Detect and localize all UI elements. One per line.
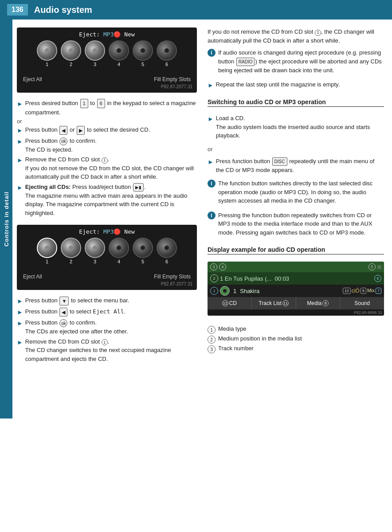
- cd-slot-b4: 4: [109, 238, 129, 264]
- cd-slot-circle-b6: [157, 238, 177, 258]
- instr-text-6: Press button ▼ to select the menu bar.: [25, 296, 197, 305]
- display-code: P82.60-6896.31: [208, 309, 384, 316]
- display-ciO: ciÓ: [352, 288, 360, 294]
- cd-display-1-title: Eject: MP3🔴 New: [21, 31, 192, 38]
- cd-slot-circle-2: [61, 40, 81, 61]
- sidebar-tab: Controls in detail: [0, 20, 12, 419]
- cd-slots-row-1: 1 2 3 4 5: [21, 40, 192, 67]
- cd-display-2-title: Eject: MP3🔴 New: [21, 228, 192, 235]
- cd-slot-circle-6: [157, 40, 177, 61]
- right-bullet-text-1: Repeat the last step until the magazine …: [216, 80, 384, 89]
- badge-num-5: 5: [368, 263, 376, 270]
- right-column: If you do not remove the CD from CD slot…: [203, 20, 392, 419]
- btn-down[interactable]: ▼: [59, 297, 69, 306]
- cd-fill-slots-2: Fill Empty Slots: [154, 274, 191, 280]
- sidebar-label: Controls in detail: [3, 192, 10, 246]
- badge-10: 10: [343, 288, 351, 294]
- display-track-text: 1 En Tus Pupilas (... 00:03: [220, 275, 372, 282]
- instr-row-1: ► Press desired button 1 to 6 in the key…: [17, 99, 197, 117]
- cd-slot-circle-b1: [37, 238, 57, 258]
- cd-icon-display: [220, 286, 230, 296]
- display-track-info: 2 1 En Tus Pupilas (... 00:03 6: [208, 272, 384, 285]
- section-heading-1: Switching to audio CD or MP3 operation: [208, 98, 384, 107]
- main-content: Controls in detail Eject: MP3🔴 New 1 2 3: [0, 20, 392, 419]
- badge-num-2: 2: [210, 274, 218, 282]
- page-title: Audio system: [34, 5, 92, 15]
- right-disc-instr: ► Press function button DISC repeatedly …: [208, 157, 384, 175]
- cd-slot-b3: 3: [85, 238, 105, 264]
- badge-mix: Mix: [367, 288, 375, 294]
- audio-display-example: 3 4 5 |||| 2 1 En Tus Pupilas (... 00:03…: [208, 262, 384, 316]
- btn-left[interactable]: ◀: [59, 126, 67, 135]
- cd-slot-b2: 2: [61, 238, 81, 264]
- btn-radio[interactable]: RADIO: [236, 58, 255, 66]
- cd-slot-circle-b5: [133, 238, 153, 258]
- legend-text-1: Media type: [218, 325, 247, 332]
- btn-disc[interactable]: DISC: [272, 157, 287, 166]
- cd-slot-circle-5: [133, 40, 153, 61]
- info-box-1: i If audio source is changed during ejec…: [208, 48, 384, 74]
- legend-text-2: Medium position in the media list: [218, 335, 302, 342]
- instr-row-4: ► Remove the CD from CD slot 1. If you d…: [17, 155, 197, 181]
- instr-text-7: Press button ◀ to select Eject All.: [25, 307, 197, 317]
- btn-ok-1[interactable]: ok: [59, 137, 67, 145]
- cd-slot-5: 5: [133, 40, 153, 67]
- cd-slot-circle-b4: [109, 238, 129, 258]
- arrow-icon-9: ►: [17, 338, 23, 347]
- display-middle-bar: 1 1 Shakira 10 ciÓ 9 Mix 7: [208, 285, 384, 297]
- bold-ejecting: Ejecting all CDs:: [25, 184, 71, 190]
- cd-slot-b6: 6: [157, 238, 177, 264]
- menu-media[interactable]: Media8: [296, 297, 341, 309]
- cd-slot-circle-b3: [85, 238, 105, 258]
- arrow-icon-8: ►: [17, 319, 23, 328]
- menu-sound[interactable]: Sound: [340, 297, 384, 309]
- badge-num-3: 3: [210, 263, 217, 270]
- info-box-2: i The function button switches directly …: [208, 179, 384, 205]
- arrow-icon-2: ►: [17, 126, 23, 135]
- instr-text-8: Press button ok to confirm. The CDs are …: [25, 318, 197, 336]
- badge-9: 9: [361, 288, 366, 294]
- cd-fill-slots-1: Fill Empty Slots: [154, 76, 191, 82]
- cd-display-2-bottom: Eject All Fill Empty Slots: [21, 272, 192, 281]
- btn-1[interactable]: 1: [80, 99, 88, 108]
- display-legend: 1 Media type 2 Medium position in the me…: [208, 325, 384, 355]
- btn-load-eject[interactable]: ▶▮: [133, 183, 144, 192]
- info-text-1: If audio source is changed during eject …: [218, 48, 384, 74]
- info-box-3: i Pressing the function button repeatedl…: [208, 211, 384, 237]
- cd-display-1-code: P82.87-2077.31: [21, 84, 192, 89]
- display-cd-number: 1: [233, 288, 236, 294]
- display-signal-bars: ||||: [377, 265, 381, 269]
- display-example-heading: Display example for audio CD operation: [208, 246, 384, 254]
- display-top-bar: 3 4 5 ||||: [208, 262, 384, 272]
- or-divider: or: [17, 118, 197, 125]
- instr-text-2: Press button ◀ or ▶ to select the desire…: [25, 125, 197, 135]
- instr-text-4: Remove the CD from CD slot 1. If you do …: [25, 155, 197, 181]
- arrow-icon-r1: ►: [208, 81, 214, 90]
- menu-cd[interactable]: 12CD: [208, 297, 252, 309]
- btn-right[interactable]: ▶: [77, 126, 85, 135]
- cd-slot-2: 2: [61, 40, 81, 67]
- cd-slot-circle-4: [109, 40, 129, 61]
- cd-display-2-code: P82.87-2077.31: [21, 282, 192, 286]
- right-bullet-1: ► Repeat the last step until the magazin…: [208, 80, 384, 90]
- cd-display-1-bottom: Eject All Fill Empty Slots: [21, 75, 192, 83]
- btn-6[interactable]: 6: [97, 99, 105, 108]
- menu-tracklist[interactable]: Track List11: [252, 297, 296, 309]
- cd-slot-1: 1: [37, 40, 57, 67]
- cd-eject-all-2: Eject All: [23, 274, 42, 280]
- arrow-icon-6: ►: [17, 297, 23, 306]
- instr-text-9: Remove the CD from CD slot 1. The CD cha…: [25, 337, 197, 364]
- instr-row-5: ► Ejecting all CDs: Press load/eject but…: [17, 183, 197, 218]
- page-header: 136 Audio system: [0, 0, 392, 20]
- badge-num-6: 6: [374, 275, 381, 282]
- btn-left-2[interactable]: ◀: [59, 308, 67, 317]
- cd-slot-b1: 1: [37, 238, 57, 264]
- page-number: 136: [7, 4, 28, 16]
- display-artist-name: Shakira: [240, 288, 259, 294]
- legend-item-3: 3 Track number: [208, 345, 384, 353]
- badge-num-1-circle: 1: [210, 287, 218, 295]
- instr-text-1: Press desired button 1 to 6 in the keypa…: [25, 99, 197, 117]
- cd-slot-3: 3: [85, 40, 105, 67]
- cd-eject-all-1: Eject All: [23, 76, 42, 82]
- btn-ok-2[interactable]: ok: [59, 319, 67, 327]
